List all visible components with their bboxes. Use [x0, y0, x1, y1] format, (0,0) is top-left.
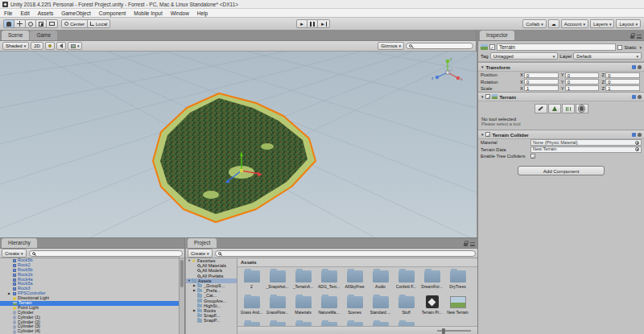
tab-hierarchy[interactable]: Hierarchy [2, 238, 37, 248]
menu-item[interactable]: Assets [34, 9, 58, 18]
asset-item[interactable] [291, 320, 316, 326]
hierarchy-create-button[interactable]: Create▾ [2, 249, 27, 258]
step-button[interactable]: ► [317, 19, 330, 28]
shading-mode-dropdown[interactable]: Shaded▾ [2, 42, 29, 50]
material-object-field[interactable]: None (Physic Material) [530, 139, 642, 146]
asset-item[interactable]: DryTrees [445, 269, 470, 294]
asset-item[interactable]: GrassFlow... [265, 295, 290, 320]
menu-item[interactable]: File [0, 9, 16, 18]
scale-x-field[interactable]: 1 [524, 85, 559, 91]
paint-trees-tool-button[interactable] [548, 104, 561, 113]
static-dropdown-icon[interactable]: ▾ [639, 45, 642, 50]
scene-viewport-canvas[interactable]: y x z [0, 52, 477, 237]
terrain-collider-header[interactable]: ▼ ✓ Terrain Collider [478, 130, 644, 139]
pivot-toggle-button[interactable]: Center [61, 19, 88, 28]
project-breadcrumb[interactable]: Assets [237, 258, 477, 267]
help-icon[interactable] [632, 95, 636, 99]
terrain-header[interactable]: ▼ ✓ Terrain [478, 93, 644, 101]
layer-dropdown[interactable]: Default▾ [573, 52, 642, 60]
component-enabled-checkbox[interactable]: ✓ [485, 94, 490, 99]
foldout-icon[interactable]: ▼ [481, 133, 484, 137]
paint-details-tool-button[interactable] [562, 104, 575, 113]
paint-terrain-tool-button[interactable] [535, 104, 547, 113]
layout-button[interactable]: Layout▾ [616, 19, 641, 28]
hierarchy-item[interactable]: Cylinder (4) [0, 329, 184, 334]
menu-item[interactable]: Component [95, 9, 130, 18]
audio-toggle-button[interactable] [56, 42, 66, 50]
help-icon[interactable] [632, 65, 636, 69]
asset-item[interactable]: ADG_Text... [316, 269, 341, 294]
gear-icon[interactable] [638, 133, 642, 137]
position-x-field[interactable]: 0 [524, 72, 559, 78]
asset-item[interactable]: New Terrain [445, 295, 470, 320]
gear-icon[interactable] [638, 95, 642, 99]
scale-z-field[interactable]: 1 [605, 85, 640, 91]
account-button[interactable]: Account▾ [561, 19, 588, 28]
asset-item[interactable] [239, 320, 264, 326]
pause-button[interactable] [307, 19, 318, 28]
move-tool-button[interactable] [14, 19, 26, 28]
scale-tool-button[interactable] [35, 19, 47, 28]
scene-viewport[interactable]: y x z [0, 52, 477, 237]
tag-dropdown[interactable]: Untagged▾ [490, 52, 559, 60]
tab-project[interactable]: Project [188, 238, 217, 248]
asset-item[interactable]: Stuff [394, 295, 419, 320]
scene-search-input[interactable] [406, 43, 473, 49]
asset-item[interactable]: Grass And... [239, 295, 264, 320]
asset-item[interactable]: _Snapshot... [265, 269, 290, 294]
project-create-button[interactable]: Create▾ [188, 249, 213, 258]
menu-item[interactable]: Edit [16, 9, 33, 18]
gear-icon[interactable] [638, 65, 642, 69]
menu-item[interactable]: Mobile Input [130, 9, 166, 18]
project-search-input[interactable] [215, 250, 476, 257]
asset-item[interactable]: Confetti F... [394, 269, 419, 294]
layers-button[interactable]: Layers▾ [590, 19, 615, 28]
static-checkbox[interactable] [617, 45, 622, 50]
asset-zoom-slider[interactable] [437, 330, 471, 332]
asset-item[interactable] [368, 320, 393, 326]
rotation-z-field[interactable]: 0 [605, 79, 640, 85]
help-icon[interactable] [632, 133, 636, 137]
component-enabled-checkbox[interactable]: ✓ [485, 132, 490, 137]
asset-item[interactable]: Materials [291, 295, 316, 320]
rotation-x-field[interactable]: 0 [524, 79, 559, 85]
asset-item[interactable]: 2 [239, 269, 264, 294]
lock-icon[interactable] [464, 243, 468, 246]
asset-item[interactable]: AllSkyFree [342, 269, 367, 294]
tab-game[interactable]: Game [30, 31, 57, 40]
inspector-lock-icon[interactable] [630, 35, 634, 39]
asset-item[interactable]: DreamFor... [419, 269, 444, 294]
asset-item[interactable]: NatureMa... [316, 295, 341, 320]
object-name-field[interactable]: Terrain [497, 43, 616, 51]
asset-item[interactable]: Audio [368, 269, 393, 294]
collab-button[interactable]: Collab▾ [522, 19, 547, 28]
asset-item[interactable]: Scenes [342, 295, 367, 320]
object-picker-icon[interactable] [635, 141, 639, 145]
inspector-menu-icon[interactable] [637, 35, 642, 39]
effects-dropdown-button[interactable]: ▾ [68, 42, 83, 50]
rotation-y-field[interactable]: 0 [565, 79, 600, 85]
asset-item[interactable]: _TerrainA... [291, 269, 316, 294]
asset-item[interactable] [316, 320, 341, 326]
space-toggle-button[interactable]: Local [87, 19, 110, 28]
menu-item[interactable]: GameObject [57, 9, 95, 18]
object-picker-icon[interactable] [635, 147, 639, 151]
menu-item[interactable]: Window [167, 9, 193, 18]
rotate-tool-button[interactable] [25, 19, 36, 28]
cloud-button[interactable]: ☁ [548, 19, 559, 28]
foldout-icon[interactable]: ▼ [481, 65, 484, 69]
tab-inspector[interactable]: Inspector [480, 31, 514, 40]
scrollbar-thumb[interactable] [180, 260, 184, 287]
rect-tool-button[interactable] [46, 19, 58, 28]
project-tree-item[interactable]: SnapP... [186, 318, 237, 323]
active-checkbox[interactable]: ✓ [489, 44, 495, 50]
panel-menu-icon[interactable] [470, 242, 475, 246]
scale-y-field[interactable]: 1 [565, 85, 600, 91]
menu-item[interactable]: Help [193, 9, 212, 18]
asset-item[interactable]: Terrain Pr... [419, 295, 444, 320]
2d-toggle-button[interactable]: 2D [31, 42, 43, 50]
gizmos-dropdown-button[interactable]: Gizmos▾ [378, 42, 404, 50]
expand-arrow-icon[interactable]: ▼ [188, 258, 192, 263]
position-y-field[interactable]: 0 [565, 72, 600, 78]
asset-item[interactable] [394, 320, 419, 326]
